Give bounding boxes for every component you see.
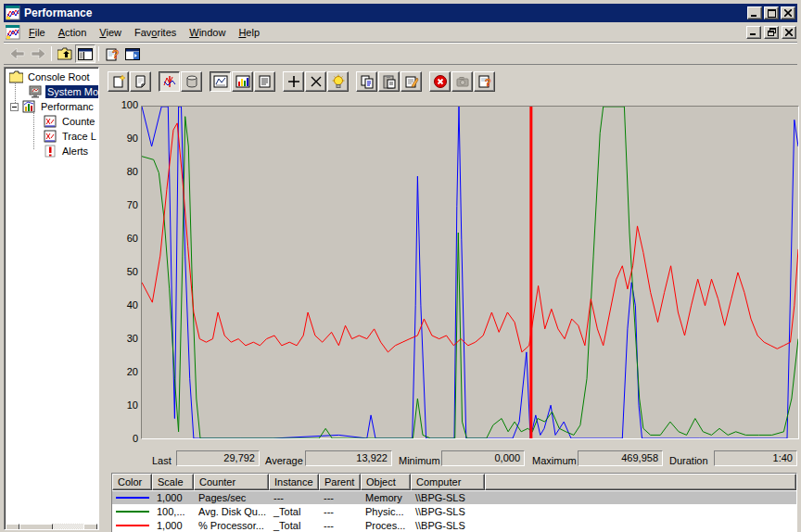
freeze-display-button[interactable] [429,71,451,92]
legend-object-cell: Proces... [361,520,411,531]
toolbar-separator [51,46,52,61]
y-axis-label: 80 [104,166,138,177]
tree-horizontal-scrollbar[interactable] [6,524,97,530]
legend-row-avg-disk-queue[interactable]: 100,... Avg. Disk Qu... _Total --- Physi… [112,505,796,518]
legend-scale-cell: 1,000 [152,492,194,503]
toolbar-separator [98,46,99,61]
column-header-filler [485,474,796,490]
tree-item-label: Trace L [60,130,98,143]
series-line [142,107,798,438]
view-current-activity-icon [162,74,177,89]
minimize-button[interactable] [747,6,762,19]
menu-file[interactable]: File [22,24,52,41]
properties-icon [404,74,419,89]
view-report-button[interactable] [254,71,275,92]
legend-row-pages-per-sec[interactable]: 1,000 Pages/sec --- --- Memory \\BPG-SLS [112,491,796,504]
tree-item-system-monitor[interactable]: System Mo [29,84,99,99]
tree-item-alerts[interactable]: Alerts [44,144,90,158]
up-one-level-button[interactable] [55,44,75,63]
back-button[interactable] [7,44,28,63]
series-color-swatch [116,511,149,513]
show-hide-action-pane-button[interactable] [122,44,143,63]
performance-line-chart [142,107,798,438]
maximum-value: 469,958 [578,450,663,466]
scrollbar-track[interactable] [53,524,83,530]
legend-instance-cell: --- [269,492,319,503]
highlight-button[interactable] [327,71,349,92]
highlight-bulb-icon [331,74,346,89]
close-button[interactable] [781,6,795,19]
y-axis-label: 30 [104,333,138,344]
performance-app-icon [6,6,20,20]
delete-counter-button[interactable] [305,71,326,92]
menu-view[interactable]: View [93,24,128,41]
column-header-color[interactable]: Color [112,474,152,490]
clear-display-button[interactable] [130,71,151,92]
tree-item-console-root[interactable]: Console Root [9,70,92,84]
help-topics-button[interactable]: ? [102,44,122,63]
y-axis-label: 70 [104,199,138,210]
legend-header-row: Color Scale Counter Instance Parent Obje… [112,474,796,490]
column-header-instance[interactable]: Instance [269,474,319,490]
maximize-button[interactable] [764,6,779,19]
forward-button[interactable] [28,44,48,63]
series-line [142,107,798,438]
show-hide-console-tree-button[interactable] [75,44,95,63]
column-header-object[interactable]: Object [361,474,411,490]
action-pane-icon [125,48,140,60]
view-histogram-button[interactable] [232,71,253,92]
console-tree-pane: Console Root System Mo Performanc Counte… [4,67,99,530]
legend-instance-cell: _Total [269,520,319,531]
legend-row-processor-time[interactable]: 1,000 % Processor... _Total --- Proces..… [112,519,796,532]
child-close-button[interactable] [782,26,796,39]
view-graph-button[interactable] [210,71,231,92]
column-header-parent[interactable]: Parent [319,474,361,490]
camera-icon [455,74,470,89]
scroll-right-button[interactable] [83,524,97,530]
column-header-counter[interactable]: Counter [194,474,269,490]
help-icon: ? [477,74,492,89]
legend-computer-cell: \\BPG-SLS [411,492,485,503]
new-counter-set-button[interactable] [108,71,129,92]
tree-item-performance-logs[interactable]: Performanc [10,99,95,114]
help-button[interactable]: ? [474,71,495,92]
legend-computer-cell: \\BPG-SLS [411,506,485,517]
back-arrow-icon [10,48,25,59]
svg-text:?: ? [485,77,491,88]
child-minimize-button[interactable] [746,26,761,39]
tree-item-label: Performanc [39,100,95,113]
paste-counter-list-button[interactable] [378,71,400,92]
minimum-value: 0,000 [441,450,525,466]
legend-counter-cell: Pages/sec [194,492,269,503]
console-tree-icon [78,48,93,60]
child-restore-button[interactable] [764,26,779,39]
copy-properties-button[interactable] [356,71,377,92]
alerts-icon [44,145,57,158]
delete-icon [309,74,324,89]
properties-button[interactable] [400,71,422,92]
child-restore-icon [768,28,776,36]
y-axis-label: 90 [104,133,138,144]
view-current-activity-button[interactable] [159,71,180,92]
tree-item-label: System Mo [45,85,99,98]
tree-connector [33,110,34,149]
freeze-display-icon [433,74,448,89]
y-axis-label: 50 [104,266,138,277]
view-log-data-button[interactable] [181,71,202,92]
last-label: Last [152,453,172,468]
menu-action[interactable]: Action [52,24,94,41]
menu-help[interactable]: Help [232,24,266,41]
tree-item-counter-logs[interactable]: Counte [44,114,96,129]
add-counter-button[interactable] [283,71,304,92]
menu-favorites[interactable]: Favorites [128,24,183,41]
menu-window[interactable]: Window [183,24,232,41]
scroll-left-button[interactable] [6,524,19,530]
collapse-expander-icon[interactable] [10,103,19,111]
tree-item-trace-logs[interactable]: Trace L [44,129,98,144]
column-header-scale[interactable]: Scale [152,474,194,490]
scrollbar-thumb[interactable] [19,524,53,530]
console-window-icon[interactable] [6,25,20,40]
column-header-computer[interactable]: Computer [411,474,485,490]
update-data-button[interactable] [451,71,473,92]
help-doc-icon: ? [106,47,120,61]
